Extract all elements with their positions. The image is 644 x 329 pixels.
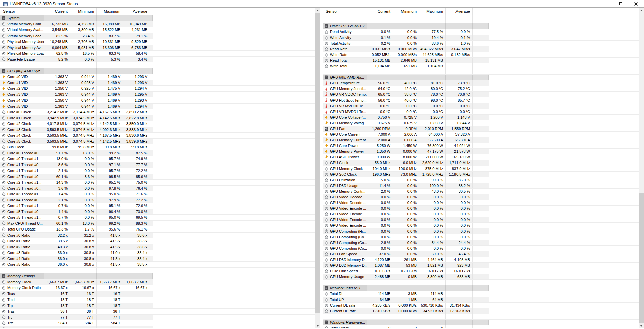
sensor-row[interactable]: Core #5 Thread #0...1.4 %0.0 %96.4 %73.0… (0, 209, 315, 215)
sensor-row[interactable]: Core #3 Ratio36.0 x30.8 x41.0 x38.4 x (0, 250, 315, 256)
column-header-minimum[interactable]: Minimum (393, 8, 419, 15)
sensor-row[interactable]: Core #4 Thread #0...2.1 %0.0 %97.9 %77.2… (0, 197, 315, 203)
sensor-row[interactable]: GPU Memory Juncti...64.0 °C42.0 °C80.0 °… (323, 86, 639, 92)
sensor-row[interactable]: Trfc584 T584 T584 T (0, 320, 315, 326)
sensor-row[interactable]: Virtual Memory Avai...3,548 MB3,300 MB15… (0, 27, 315, 33)
sensor-row[interactable]: Trp18 T18 T18 T (0, 303, 315, 309)
sensor-row[interactable]: Memory Clock1,663.7 MHz1,663.7 MHz1,663.… (0, 279, 315, 285)
sensor-row[interactable]: Core #0 Ratio32.2 x31.2 x41.8 x38.6 x (0, 233, 315, 239)
sensor-row[interactable]: Core #4 Clock3,593.5 MHz3,074.5 MHz4,167… (0, 133, 315, 139)
sensor-row[interactable]: GPU Memory Usage2,488 MB0 MB3,800 MB688 … (323, 274, 639, 280)
sensor-row[interactable]: Core #4 VID1.350 V0.944 V1.469 V1.293 V (0, 97, 315, 104)
sensor-row[interactable]: Core #1 Thread #1...2.1 %0.0 %95.7 %72.2… (0, 168, 315, 174)
sensor-row[interactable]: Tcas16 T16 T16 T (0, 291, 315, 297)
sensor-row[interactable]: GPU Computing (Co...0.0 %0.0 %0.0 %0.0 % (323, 234, 639, 240)
sensor-row[interactable]: Current UP rate1.310 KB/s0.000 KB/s34.52… (323, 308, 639, 314)
scrollbar-thumb[interactable] (639, 193, 644, 323)
sensor-row[interactable]: Total CPU Usage13.3 %1.7 %95.6 %76.1 % (0, 226, 315, 233)
right-vertical-scrollbar[interactable] (639, 8, 644, 328)
sensor-row[interactable]: Max CPU/Thread U...60.1 %13.0 %99.2 %88.… (0, 221, 315, 227)
sensor-row[interactable]: Core #0 Thread #1...13.0 %0.0 %95.7 %74.… (0, 156, 315, 162)
column-header-sensor[interactable]: Sensor (0, 8, 44, 15)
sensor-row[interactable]: Core #5 Clock3,593.5 MHz3,074.5 MHz4,142… (0, 139, 315, 145)
sensor-row[interactable]: GPU Fan Speed37.0 %0.0 %59.0 %45.4 % (323, 251, 639, 257)
sensor-row[interactable]: Total Errors000 (323, 325, 639, 328)
sensor-row[interactable]: Core #3 Thread #1...1.4 %0.0 %95.0 %71.6… (0, 191, 315, 197)
column-header-average[interactable]: Average (446, 8, 473, 15)
sensor-row[interactable]: Core #0 VID1.363 V0.944 V1.469 V1.293 V (0, 74, 315, 80)
pane-splitter[interactable] (320, 8, 323, 328)
sensor-row[interactable]: Core #4 Ratio36.0 x30.8 x41.8 x38.4 x (0, 256, 315, 262)
section-header-row[interactable]: System (0, 15, 315, 21)
sensor-row[interactable]: Page File Usage5.2 %0.0 %5.3 %3.4 % (0, 57, 315, 63)
sensor-row[interactable]: Virtual Memory Com...16,732 MB4,758 MB16… (0, 21, 315, 27)
sensor-row[interactable]: GPU VR VDDC Temp...65.0 °C38.0 °C78.0 °C… (323, 92, 639, 97)
sensor-row[interactable]: Tras36 T36 T36 T (0, 309, 315, 315)
sensor-row[interactable]: GPU Memory Current2.000 A0.000 A55.500 A… (323, 137, 639, 143)
sensor-row[interactable]: Read Rate0.031 MB/s0.000 MB/s494.322 MB/… (323, 46, 639, 52)
sensor-row[interactable]: GPU Temperature56.0 °C40.0 °C81.0 °C73.9… (323, 80, 639, 86)
sensor-row[interactable]: Memory Clock Ratio16.67 x16.67 x16.67 x1… (0, 285, 315, 291)
sensor-row[interactable]: Core #5 Thread #1...0.7 %0.0 %95.0 %69.5… (0, 215, 315, 221)
sensor-row[interactable]: GPU Core Voltage (...0.750 V0.725 V1.200… (323, 115, 639, 120)
sensor-row[interactable]: Core #1 Clock3,942.9 MHz3,074.5 MHz4,142… (0, 115, 315, 121)
sensor-row[interactable]: Core #1 Thread #0...8.6 %0.0 %97.1 %77.7… (0, 162, 315, 168)
sensor-row[interactable]: Write Total1,104 MB651 MB1,104 MB (323, 63, 639, 69)
sensor-row[interactable]: GPU Core Current7.000 A2.000 A64.000 A37… (323, 132, 639, 137)
sensor-row[interactable]: Total DL114 MB3 MB114 MB (323, 291, 639, 297)
scrollbar-thumb[interactable] (315, 13, 320, 313)
sensor-row[interactable]: GPU Computing (Hi...0.0 %0.0 %0.0 %0.0 % (323, 228, 639, 234)
sensor-row[interactable]: Core #2 VID1.350 V0.925 V1.475 V1.294 V (0, 86, 315, 92)
sensor-row[interactable]: GPU VR MVDD1 Te...0.0 °C0.0 °C0.0 °C0.0 … (323, 109, 639, 115)
sensor-row[interactable]: Core #4 Thread #1...0.7 %0.0 %95.1 %72.6… (0, 203, 315, 209)
sensor-row[interactable]: Read Activity0.0 %0.0 %77.5 %0.9 % (323, 29, 639, 35)
sensor-row[interactable]: GPU Hot Spot Temp...56.0 °C40.0 °C98.0 °… (323, 97, 639, 103)
sensor-row[interactable]: Virtual Memory Load82.5 %23.4 %83.7 %79.… (0, 33, 315, 39)
sensor-row[interactable]: GPU Video Encode ...0.0 %0.0 %0.0 %0.0 % (323, 206, 639, 211)
sensor-row[interactable]: Write Activity0.1 %0.0 %19.4 %0.1 % (323, 35, 639, 41)
sensor-row[interactable]: Trc77 T77 T77 T (0, 315, 315, 321)
sensor-row[interactable]: Physical Memory Used10,248 MB2,706 MB10,… (0, 39, 315, 45)
sensor-row[interactable]: Core #5 VID1.363 V0.944 V1.469 V1.294 V (0, 104, 315, 110)
sensor-row[interactable]: PCIe Link Speed16.0 GT/s16.0 GT/s16.0 GT… (323, 268, 639, 274)
column-header-average[interactable]: Average (123, 8, 150, 15)
sensor-row[interactable]: Physical Memory Av...6,064 MB5,981 MB13,… (0, 45, 315, 51)
scroll-up-button[interactable] (639, 8, 644, 13)
sensor-row[interactable]: Total Activity0.2 %0.0 %83.6 %1.0 % (323, 41, 639, 46)
sensor-row[interactable]: GPU Video Encode ...0.0 %0.0 %0.0 %0.0 % (323, 223, 639, 228)
column-header-minimum[interactable]: Minimum (70, 8, 97, 15)
sensor-row[interactable]: GPU Video Decode ...0.0 %0.0 %0.0 %0.0 % (323, 200, 639, 206)
sensor-row[interactable]: GPU SoC Clock196.0 MHz73.0 MHz1,728.0 MH… (323, 172, 639, 177)
sensor-row[interactable]: Core #2 Ratio40.3 x30.8 x41.5 x38.6 x (0, 244, 315, 250)
close-button[interactable] (628, 0, 644, 7)
sensor-row[interactable]: GPU Video Encode ...0.0 %0.0 %0.0 %0.0 % (323, 211, 639, 217)
maximize-button[interactable] (613, 0, 628, 7)
sensor-row[interactable]: GPU Memory Power1.350 W0.000 W47.175 W21… (323, 149, 639, 154)
sensor-row[interactable]: Trcd18 T18 T18 T (0, 297, 315, 303)
sensor-row[interactable]: GPU Video Decode ...0.0 %0.0 %0.0 %0.0 % (323, 194, 639, 200)
sensor-row[interactable]: GPU ASIC Power9.000 W8.000 W211.000 W165… (323, 154, 639, 160)
column-header-maximum[interactable]: Maximum (97, 8, 123, 15)
sensor-row[interactable]: GPU Utilization5.0 %0.0 %99.0 %85.0 % (323, 177, 639, 183)
sensor-row[interactable]: GPU Fan1,260 RPM0 RPM2,010 RPM1,559 RPM (323, 126, 639, 132)
sensor-row[interactable]: Total UP64 MB1 MB64 MB (323, 297, 639, 303)
sensor-row[interactable]: GPU D3D Memory D...4,120 MB261 MB4,464 M… (323, 257, 639, 263)
sensor-row[interactable]: Core #3 Clock3,593.5 MHz3,074.5 MHz4,092… (0, 127, 315, 133)
minimize-button[interactable] (597, 0, 613, 7)
column-header-maximum[interactable]: Maximum (419, 8, 446, 15)
sensor-row[interactable]: GPU Computing (Co...0.0 %0.0 %0.0 %0.0 % (323, 246, 639, 251)
sensor-row[interactable]: Command Rate1 T1 T1 T (0, 326, 315, 329)
sensor-row[interactable]: GPU D3D Memory D...1,087 MB53 MB1,821 MB… (323, 263, 639, 268)
sensor-row[interactable]: Write Rate0.052 MB/s0.000 MB/s44.625 MB/… (323, 52, 639, 58)
scrollbar-track[interactable] (639, 13, 644, 323)
scroll-down-button[interactable] (639, 323, 644, 328)
scrollbar-track[interactable] (315, 13, 320, 323)
sensor-row[interactable]: Core #0 Clock3,214.2 MHz3,114.4 MHz4,167… (0, 109, 315, 115)
section-header-row[interactable]: Network: Intel I211... (323, 285, 639, 291)
section-header-row[interactable]: Memory Timings (0, 273, 315, 279)
sensor-row[interactable]: Core #2 Thread #1...14.3 %0.0 %95.1 %75.… (0, 180, 315, 186)
sensor-row[interactable]: GPU Clock53.0 MHz6.0 MHz2,620.0 MHz1,711… (323, 160, 639, 166)
sensor-row[interactable]: GPU Computing (Co...2.8 %0.0 %54.4 %24.4… (323, 240, 639, 246)
sensor-row[interactable]: Core #3 VID1.363 V0.944 V1.469 V1.295 V (0, 92, 315, 98)
sensor-row[interactable]: Core #0 Thread #0...51.7 %13.0 %99.2 %87… (0, 150, 315, 156)
